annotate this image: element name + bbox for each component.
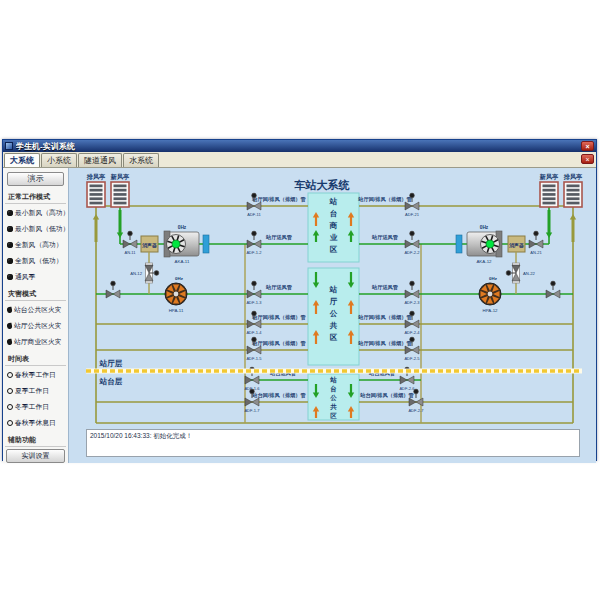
flame-icon [6,323,12,330]
fan-id: AKA-12 [476,259,492,264]
damper-icon[interactable]: ADF-1-2 [246,231,262,255]
damper-actuator[interactable] [410,231,415,236]
damper-actuator[interactable] [252,281,257,286]
close-icon[interactable]: × [581,141,594,151]
diagram-label: 站台回/排风（排烟）管 [359,392,414,399]
vent-pavilion: 新风亭 [539,173,559,207]
damper-actuator[interactable] [414,389,419,394]
damper-id: ADF-2-6 [399,386,415,391]
sidebar-item-label: 春秋季工作日 [15,370,56,380]
damper-actuator[interactable] [410,193,415,198]
fan-icon [7,274,13,280]
damper-icon[interactable]: ADF-2-2 [404,231,420,255]
demo-button[interactable]: 演示 [7,172,64,186]
sidebar-item[interactable]: 站台公共区火灾 [3,302,68,318]
sidebar-item-label: 站厅商业区火灾 [14,337,62,347]
sidebar-item[interactable]: 最小新风（低功） [3,221,68,237]
app-icon [5,142,13,150]
zone-label: 站 [329,376,337,384]
fan-icon [7,210,13,216]
fan-id: AKA-11 [175,259,190,264]
sidebar-item[interactable]: 冬季工作日 [3,399,68,415]
tab-大系统[interactable]: 大系统 [4,153,40,167]
tab-bar: 大系统小系统隧道通风水系统× [3,152,596,168]
supply-fan-icon[interactable]: 0HzAKA-12 [467,225,502,264]
flex-connector [203,235,209,253]
damper-icon[interactable] [546,281,560,298]
return-fan-icon[interactable]: 0HzHPA-12 [479,276,501,313]
supply-fan-icon[interactable]: 0HzAKA-11 [164,225,199,264]
zone-label: 共 [329,403,337,411]
damper-actuator[interactable] [111,281,116,286]
damper-id: ADF-11 [247,212,261,217]
sidebar-item-label: 站台公共区火灾 [14,305,62,315]
diagram-label: 排风亭 [563,173,583,181]
sidebar-item[interactable]: 站厅公共区火灾 [3,318,68,334]
damper-icon[interactable] [106,281,120,298]
sidebar-item[interactable]: 全新风（低功） [3,253,68,269]
sidebar-item[interactable]: 夏季工作日 [3,383,68,399]
event-log-panel[interactable]: 2015/10/20 16:43:33: 初始化完成！ [86,429,580,457]
vent-pavilion: 排风亭 [86,173,106,207]
diagram-label: 消声器 [508,242,524,249]
flow-arrow [117,233,123,239]
damper-icon[interactable]: AN-11 [123,231,137,255]
tab-隧道通风[interactable]: 隧道通风 [78,153,122,167]
damper-actuator[interactable] [252,311,257,316]
tab-小系统[interactable]: 小系统 [41,153,77,167]
damper-actuator[interactable] [410,337,415,342]
damper-id: AN-22 [523,271,536,276]
return-fan-icon[interactable]: 0HzHPA-11 [165,276,187,313]
zone-box: 站台商业区 [308,193,359,262]
damper-id: ADF-1-7 [244,408,260,413]
bypass-damper-icon[interactable]: AN-22 [506,263,535,283]
damper-actuator[interactable] [252,193,257,198]
damper-actuator[interactable] [252,231,257,236]
zone-label: 厅 [329,297,338,306]
damper-actuator[interactable] [534,231,539,236]
damper-id: ADF-1-5 [246,356,262,361]
fan-frequency: 0Hz [480,225,489,230]
workspace-close-icon[interactable]: × [581,154,594,164]
diagram-label: 站厅送风管 [371,284,399,291]
damper-id: ADF-2-3 [404,300,420,305]
sidebar-item[interactable]: 春秋季休息日 [3,415,68,431]
damper-icon[interactable]: ADF-1-3 [246,281,262,305]
diagram-label: 新风亭 [110,173,130,181]
floor-label-lower: 站台层 [99,377,123,386]
aux-button[interactable]: 实训设置 [6,449,65,463]
damper-actuator[interactable] [154,271,159,276]
damper-actuator[interactable] [551,281,556,286]
diagram-label: 站厅回/排风（排烟）管 [357,340,412,347]
zone-label: 区 [330,412,337,419]
sidebar-item[interactable]: 春秋季工作日 [3,367,68,383]
damper-icon[interactable]: AN-21 [529,231,543,255]
damper-icon[interactable]: ADF-2-3 [404,281,420,305]
damper-actuator[interactable] [410,281,415,286]
damper-actuator[interactable] [252,337,257,342]
sidebar-item[interactable]: 最小新风（高功） [3,205,68,221]
clock-icon [7,420,13,426]
hvac-mimic-diagram: 站台商业区站厅公共区站台公共区站厅回/排风（排烟）管站厅回/排风（排烟）管ADF… [69,168,596,463]
vent-pavilion: 排风亭 [563,173,583,207]
muffler[interactable]: 消声器 [508,236,525,252]
bypass-damper-icon[interactable]: AN-12 [130,263,159,283]
damper-actuator[interactable] [506,271,511,276]
sidebar: 演示 正常工作模式最小新风（高功）最小新风（低功）全新风（高功）全新风（低功）通… [3,168,69,463]
diagram-label: 站厅回/排风（排烟）管 [357,196,412,203]
sidebar-item-label: 最小新风（低功） [15,224,69,234]
diagram-label: 站厅回/排风（排烟）管 [357,314,412,321]
diagram-label: 站厅回/排风（排烟）管 [251,196,306,203]
damper-actuator[interactable] [250,389,255,394]
zone-label: 区 [330,333,338,342]
tab-水系统[interactable]: 水系统 [123,153,159,167]
flow-arrow [93,214,99,220]
sidebar-item[interactable]: 通风季 [3,269,68,285]
damper-actuator[interactable] [410,311,415,316]
damper-actuator[interactable] [128,231,133,236]
sidebar-item[interactable]: 全新风（高功） [3,237,68,253]
diagram-title: 车站大系统 [294,179,351,191]
muffler[interactable]: 消声器 [141,236,158,252]
damper-id: AN-11 [124,250,136,255]
sidebar-item[interactable]: 站厅商业区火灾 [3,334,68,350]
